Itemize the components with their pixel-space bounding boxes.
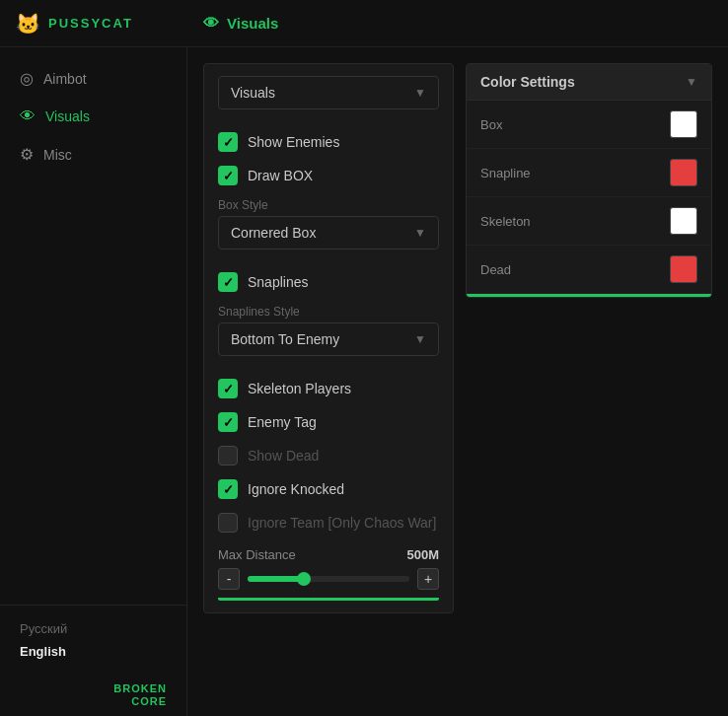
checkmark-icon6: ✓ — [223, 482, 234, 497]
draw-box-label: Draw BOX — [248, 168, 313, 183]
skeleton-players-item: ✓ Skeleton Players — [218, 372, 439, 405]
logo-area: 🐱 PUSSYCAT — [16, 12, 203, 36]
sidebar-item-visuals[interactable]: 👁 Visuals — [0, 98, 186, 135]
color-row-box: Box — [467, 101, 711, 149]
box-style-value: Cornered Box — [231, 225, 316, 241]
header: 🐱 PUSSYCAT 👁 Visuals — [0, 0, 728, 47]
checkmark-icon2: ✓ — [223, 169, 234, 183]
misc-icon: ⚙ — [20, 145, 34, 164]
eye-icon: 👁 — [203, 15, 219, 33]
header-title: 👁 Visuals — [203, 15, 278, 33]
ignore-knocked-label: Ignore Knocked — [248, 481, 344, 497]
slider-minus-button[interactable]: - — [218, 568, 240, 590]
checkmark-icon3: ✓ — [223, 275, 234, 290]
color-box-label: Box — [480, 117, 502, 132]
sidebar-footer: Русский English — [0, 605, 186, 675]
ignore-knocked-checkbox[interactable]: ✓ — [218, 479, 238, 499]
draw-box-checkbox[interactable]: ✓ — [218, 166, 238, 185]
lang-russian[interactable]: Русский — [20, 617, 167, 640]
snaplines-style-dropdown[interactable]: Bottom To Enemy ▼ — [218, 322, 439, 356]
dropdown-arrow-icon: ▼ — [414, 86, 426, 100]
lang-english[interactable]: English — [20, 640, 167, 663]
sidebar-aimbot-label: Aimbot — [43, 71, 87, 87]
visuals-dropdown-label: Visuals — [231, 85, 275, 101]
color-settings-header: Color Settings ▼ — [467, 64, 711, 101]
show-enemies-item: ✓ Show Enemies — [218, 125, 439, 159]
skeleton-players-checkbox[interactable]: ✓ — [218, 379, 238, 398]
color-swatch-box[interactable] — [670, 110, 697, 138]
slider-plus-button[interactable]: + — [417, 568, 439, 590]
color-row-skeleton: Skeleton — [467, 197, 711, 246]
snaplines-style-arrow-icon: ▼ — [414, 332, 426, 346]
logo-text: PUSSYCAT — [48, 16, 133, 31]
snaplines-checkbox[interactable]: ✓ — [218, 272, 238, 292]
main-layout: ◎ Aimbot 👁 Visuals ⚙ Misc Русский Englis… — [0, 47, 728, 716]
checkmark-icon: ✓ — [223, 135, 234, 150]
color-row-snapline: Snapline — [467, 149, 711, 197]
snaplines-style-dropdown-container: Bottom To Enemy ▼ — [218, 322, 439, 356]
color-swatch-dead[interactable] — [670, 255, 697, 283]
visuals-dropdown[interactable]: Visuals ▼ — [218, 76, 439, 109]
max-distance-value: 500M — [406, 547, 439, 562]
ignore-team-label: Ignore Team [Only Chaos War] — [248, 515, 436, 531]
show-dead-label: Show Dead — [248, 448, 319, 464]
ignore-team-item: Ignore Team [Only Chaos War] — [218, 506, 439, 539]
show-dead-item: Show Dead — [218, 439, 439, 472]
enemy-tag-checkbox[interactable]: ✓ — [218, 412, 238, 432]
brokencore-logo: BROKEN CORE — [0, 675, 186, 716]
color-row-dead: Dead — [467, 246, 711, 294]
skeleton-players-label: Skeleton Players — [248, 381, 351, 396]
aimbot-icon: ◎ — [20, 69, 34, 88]
right-panel: Color Settings ▼ Box Snapline Skeleton — [466, 63, 712, 700]
box-style-dropdown[interactable]: Cornered Box ▼ — [218, 216, 439, 250]
slider-section: Max Distance 500M - + — [218, 547, 439, 590]
box-style-arrow-icon: ▼ — [414, 226, 426, 240]
color-settings-border — [467, 294, 711, 297]
snaplines-style-value: Bottom To Enemy — [231, 331, 339, 347]
show-enemies-label: Show Enemies — [248, 134, 339, 150]
color-settings-panel: Color Settings ▼ Box Snapline Skeleton — [466, 63, 712, 298]
content-area: Visuals ▼ ✓ Show Enemies ✓ Draw B — [187, 47, 728, 716]
sidebar-item-misc[interactable]: ⚙ Misc — [0, 135, 186, 174]
color-swatch-snapline[interactable] — [670, 159, 697, 186]
sidebar-misc-label: Misc — [43, 147, 72, 163]
show-dead-checkbox[interactable] — [218, 446, 238, 465]
slider-controls: - + — [218, 568, 439, 590]
left-panel: Visuals ▼ ✓ Show Enemies ✓ Draw B — [203, 63, 454, 700]
color-snapline-label: Snapline — [480, 166, 531, 180]
color-skeleton-label: Skeleton — [480, 214, 531, 229]
enemy-tag-item: ✓ Enemy Tag — [218, 405, 439, 439]
ignore-team-checkbox[interactable] — [218, 513, 238, 533]
draw-box-item: ✓ Draw BOX — [218, 159, 439, 192]
visuals-panel: Visuals ▼ ✓ Show Enemies ✓ Draw B — [203, 63, 454, 613]
box-style-label: Box Style — [218, 192, 439, 216]
slider-thumb[interactable] — [297, 572, 311, 586]
box-style-dropdown-container: Cornered Box ▼ — [218, 216, 439, 250]
color-swatch-skeleton[interactable] — [670, 207, 697, 235]
visuals-dropdown-container: Visuals ▼ — [218, 76, 439, 109]
sidebar: ◎ Aimbot 👁 Visuals ⚙ Misc Русский Englis… — [0, 47, 187, 716]
checkmark-icon4: ✓ — [223, 382, 234, 396]
color-settings-arrow-icon[interactable]: ▼ — [686, 75, 697, 89]
color-settings-title: Color Settings — [480, 74, 575, 90]
logo-cat-icon: 🐱 — [16, 12, 40, 36]
visuals-icon: 👁 — [20, 107, 36, 125]
ignore-knocked-item: ✓ Ignore Knocked — [218, 472, 439, 506]
panel-border-bottom — [218, 598, 439, 601]
sidebar-item-aimbot[interactable]: ◎ Aimbot — [0, 59, 186, 98]
snaplines-item: ✓ Snaplines — [218, 265, 439, 299]
checkmark-icon5: ✓ — [223, 415, 234, 430]
show-enemies-checkbox[interactable]: ✓ — [218, 132, 238, 152]
sidebar-visuals-label: Visuals — [45, 108, 90, 124]
slider-track[interactable] — [248, 576, 409, 582]
header-nav-title: Visuals — [227, 15, 278, 32]
enemy-tag-label: Enemy Tag — [248, 414, 317, 430]
slider-fill — [248, 576, 304, 582]
sidebar-nav: ◎ Aimbot 👁 Visuals ⚙ Misc — [0, 47, 186, 605]
max-distance-label: Max Distance — [218, 547, 296, 562]
color-dead-label: Dead — [480, 262, 511, 277]
snaplines-style-label: Snaplines Style — [218, 299, 439, 322]
snaplines-label: Snaplines — [248, 274, 309, 290]
slider-header: Max Distance 500M — [218, 547, 439, 562]
